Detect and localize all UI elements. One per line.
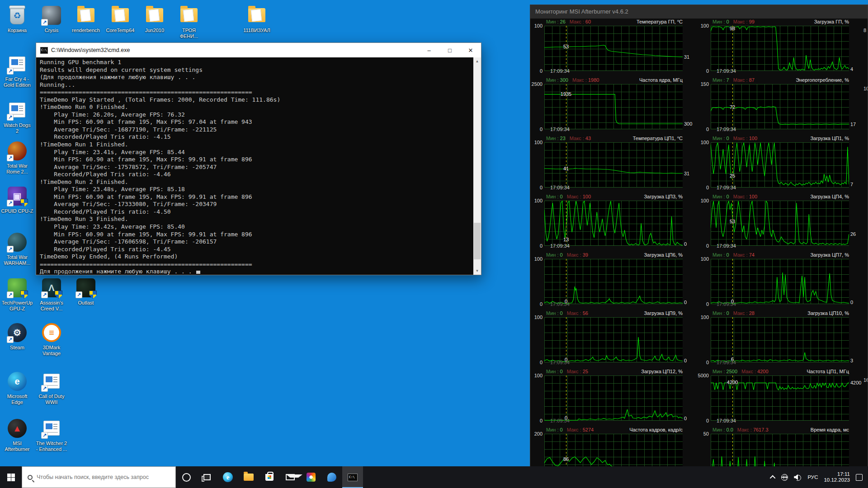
3dmark-vantage-icon: ≡ — [41, 322, 62, 343]
desktop-icon-label: The Witcher 2- Enhanced ... — [33, 441, 71, 452]
scrollbar-thumb[interactable] — [474, 223, 481, 260]
marker-value-label: 72 — [730, 104, 735, 110]
jun2010-folder-icon — [144, 5, 165, 26]
y-axis-min-label: 0 — [697, 418, 709, 423]
monitor-graph-Загрузка ЦП12, %: Мин : 0Макс : 25Загрузка ЦП12, %10000017… — [530, 368, 697, 427]
shortcut-arrow-icon: ↗ — [7, 114, 14, 121]
afterburner-title[interactable]: Мониторинг MSI Afterburner v4.6.2 — [530, 5, 868, 19]
graph-plot-area — [544, 259, 683, 304]
minimize-button[interactable]: – — [419, 43, 439, 57]
monitor-graph-Загрузка ГП, %: Мин : 0Макс : 99Загрузка ГП, %100984017:… — [697, 19, 863, 77]
desktop-icon-3dmark-vantage[interactable]: ≡3DMarkVantage — [33, 322, 71, 357]
marker-value-label: 1935 — [561, 91, 571, 97]
watch-dogs-2-icon: ↗ — [6, 99, 28, 121]
total-war-warhammer-icon: ↗ — [6, 231, 28, 253]
desktop-icon-call-of-duty-wwii[interactable]: ↗Call of DutyWWII — [33, 371, 71, 405]
desktop-icon-microsoft-edge[interactable]: eMicrosoftEdge — [0, 371, 36, 405]
desktop-icon-label: Total WarRome 2... — [0, 163, 36, 175]
cortana-taskbar-button[interactable] — [176, 466, 197, 488]
graph-min: Мин : 0 — [712, 252, 729, 258]
start-button[interactable] — [0, 466, 22, 488]
desktop-icon-111vizual-folder[interactable]: 111ВИЗУАЛ — [238, 5, 276, 33]
y-axis-min-label: 0 — [697, 360, 709, 365]
notification-center-icon[interactable] — [856, 474, 863, 481]
desktop-icon-recycle-bin[interactable]: Корзина — [0, 5, 36, 33]
search-input[interactable] — [37, 474, 163, 480]
cmd-console[interactable]: Running GPU benchmark 1 Results will dep… — [36, 57, 481, 275]
desktop-icon-label: CoreTemp64 — [101, 28, 139, 33]
scroll-down-icon[interactable]: ▼ — [473, 267, 481, 275]
y-axis-min-label: 0 — [697, 243, 709, 249]
close-button[interactable]: ✕ — [460, 43, 481, 57]
desktop-icon-the-witcher-2[interactable]: ↗The Witcher 2- Enhanced ... — [33, 418, 71, 452]
timestamp-label: 17:09:34 — [550, 360, 570, 365]
monitor-graph-Температура ГП, °C: Мин : 26Макс : 60Температура ГП, °C10053… — [530, 19, 697, 77]
desktop-icon-label: Call of DutyWWII — [33, 394, 71, 405]
desktop-icon-jun2010-folder[interactable]: Jun2010 — [136, 5, 174, 33]
desktop-icon-steam[interactable]: ⚙↗Steam — [0, 322, 36, 351]
taskview-taskbar-button[interactable] — [197, 466, 217, 488]
taskbar-search[interactable] — [22, 466, 176, 488]
store-icon — [265, 474, 274, 481]
current-value-label: 31 — [684, 171, 689, 176]
graph-min: Мин : 26 — [546, 19, 566, 24]
graph-max: Макс : 39 — [567, 252, 588, 258]
timestamp-label: 17:09:34 — [717, 68, 736, 74]
cmd-taskbar-button[interactable]: C:\ — [342, 466, 363, 488]
desktop-icon-assassins-creed[interactable]: Λ↗Assassin'sCreed V... — [33, 277, 71, 312]
desktop-icon-outlast[interactable]: ↗Outlast — [67, 277, 105, 306]
y-axis-min-label: 0 — [697, 127, 709, 132]
y-axis-max-label: 200 — [530, 431, 542, 436]
desktop-icon-troya-feni-folder[interactable]: ТРОЯФЕНИ... — [170, 5, 208, 39]
renderbench-folder-icon — [75, 5, 97, 26]
timestamp-label: 17:09:34 — [550, 127, 570, 132]
cmd-titlebar[interactable]: C:\ C:\Windows\system32\cmd.exe – □ ✕ — [36, 43, 481, 57]
timestamp-label: 17:09:34 — [717, 127, 736, 132]
desktop-icon-label: Crysis — [33, 28, 71, 33]
photos-taskbar-button[interactable] — [301, 466, 321, 488]
desktop-icon-label: Far Cry 4 -Gold Edition — [0, 76, 36, 88]
network-icon[interactable] — [781, 474, 788, 481]
desktop-icon-total-war-warhammer[interactable]: ↗Total WarWARHAM... — [0, 231, 36, 266]
shortcut-arrow-icon: ↗ — [7, 68, 14, 75]
graph-min: Мин : 0 — [712, 136, 729, 141]
y-axis-max-label: 100 — [530, 256, 542, 262]
desktop-icon-cpuid-cpu-z[interactable]: ▣↗CPUID CPU-Z — [0, 185, 36, 214]
graph-title: Время кадра, мс — [811, 427, 849, 432]
cmd-icon: C:\ — [40, 47, 48, 54]
graph-max: Макс : 4200 — [741, 369, 769, 374]
desktop-icon-watch-dogs-2[interactable]: ↗Watch Dogs2 — [0, 99, 36, 134]
desktop-icon-label: Steam — [0, 345, 36, 351]
edge-taskbar-button[interactable]: e — [217, 466, 238, 488]
y-axis-min-label: 0 — [530, 243, 542, 249]
windows-logo-icon — [7, 474, 15, 481]
desktop-icon-coretemp64-folder[interactable]: CoreTemp64 — [101, 5, 139, 33]
paint3d-taskbar-button[interactable] — [321, 466, 342, 488]
monitor-graph-Частота ядра, МГц: Мин : 300Макс : 1980Частота ядра, МГц250… — [530, 77, 697, 135]
explorer-taskbar-button[interactable] — [238, 466, 259, 488]
clock[interactable]: 17:11 10.12.2023 — [824, 471, 850, 483]
graph-min: Мин : 0 — [712, 194, 729, 199]
desktop-icon-crysis[interactable]: ↗Crysis — [33, 5, 71, 33]
mail-taskbar-button[interactable] — [280, 466, 301, 488]
maximize-button[interactable]: □ — [439, 43, 460, 57]
desktop-icon-total-war-rome-2[interactable]: ↗Total WarRome 2... — [0, 140, 36, 175]
desktop-icon-far-cry-4[interactable]: ↗Far Cry 4 -Gold Edition — [0, 53, 36, 88]
scroll-up-icon[interactable]: ▲ — [473, 57, 481, 65]
desktop-icon-renderbench-folder[interactable]: renderbench — [67, 5, 105, 33]
graph-title: Загрузка ЦП9, % — [644, 310, 683, 316]
shortcut-arrow-icon: ↗ — [41, 19, 48, 26]
cmd-scrollbar[interactable]: ▲ ▼ — [473, 57, 481, 275]
current-value-label: 4200 — [850, 380, 861, 385]
volume-icon[interactable] — [794, 474, 802, 480]
store-taskbar-button[interactable] — [259, 466, 280, 488]
graph-max: Макс : 99 — [733, 19, 755, 24]
current-value-label: 4 — [850, 66, 853, 72]
desktop-icon-msi-afterburner[interactable]: ▲MSIAfterburner — [0, 418, 36, 452]
chevron-up-icon[interactable] — [770, 475, 776, 481]
system-tray: РУС 17:11 10.12.2023 — [771, 471, 868, 483]
taskview-icon — [203, 474, 211, 480]
desktop-icon-techpowerup-gpu-z[interactable]: ↗TechPowerUpGPU-Z — [0, 277, 36, 312]
timestamp-label: 17:09:34 — [717, 418, 736, 423]
language-indicator[interactable]: РУС — [807, 474, 818, 480]
